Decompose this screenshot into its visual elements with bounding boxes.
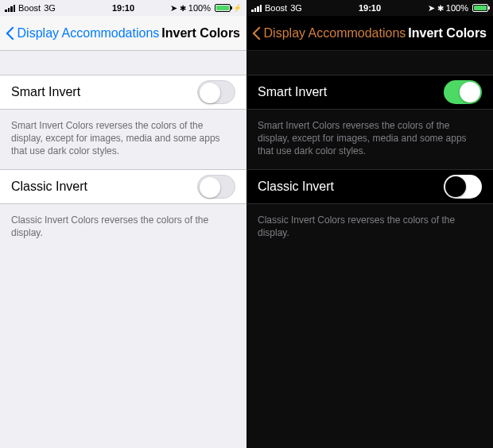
classic-invert-toggle[interactable] xyxy=(444,175,482,199)
status-bar: Boost 3G 19:10 ➤ ✱ 100% xyxy=(246,0,493,16)
status-bar: Boost 3G 19:10 ➤ ✱ 100% ⚡ xyxy=(0,0,246,16)
nav-bar: Display Accommodations Invert Colors xyxy=(246,16,493,51)
row-smart-invert[interactable]: Smart Invert xyxy=(246,75,493,110)
row-classic-invert[interactable]: Classic Invert xyxy=(0,169,246,204)
classic-invert-footer: Classic Invert Colors reverses the color… xyxy=(0,209,246,250)
signal-icon xyxy=(251,5,262,12)
classic-invert-label: Classic Invert xyxy=(258,180,334,194)
section-spacer xyxy=(246,51,493,75)
page-title: Invert Colors xyxy=(408,26,487,41)
back-label: Display Accommodations xyxy=(264,26,406,41)
carrier-label: Boost xyxy=(265,3,287,13)
classic-invert-footer: Classic Invert Colors reverses the color… xyxy=(246,209,493,250)
nav-bar: Display Accommodations Invert Colors xyxy=(0,16,246,51)
back-button[interactable]: Display Accommodations xyxy=(6,25,159,41)
smart-invert-toggle[interactable] xyxy=(197,80,235,104)
row-smart-invert[interactable]: Smart Invert xyxy=(0,75,246,110)
network-label: 3G xyxy=(290,3,302,13)
smart-invert-label: Smart Invert xyxy=(11,85,80,99)
carrier-label: Boost xyxy=(18,3,41,13)
smart-invert-label: Smart Invert xyxy=(258,85,327,99)
status-right: ➤ ✱ 100% xyxy=(428,3,488,14)
row-classic-invert[interactable]: Classic Invert xyxy=(246,169,493,204)
network-label: 3G xyxy=(44,3,56,13)
classic-invert-toggle[interactable] xyxy=(197,175,235,199)
smart-invert-toggle[interactable] xyxy=(444,80,482,104)
status-right: ➤ ✱ 100% ⚡ xyxy=(170,3,242,14)
phone-dark: Boost 3G 19:10 ➤ ✱ 100% Display Accommod… xyxy=(246,0,493,448)
smart-invert-footer: Smart Invert Colors reverses the colors … xyxy=(246,114,493,169)
smart-invert-footer: Smart Invert Colors reverses the colors … xyxy=(0,114,246,169)
page-title: Invert Colors xyxy=(161,26,240,41)
charging-icon: ⚡ xyxy=(233,4,242,12)
status-left: Boost 3G xyxy=(5,3,56,13)
battery-icon xyxy=(215,4,231,12)
back-button[interactable]: Display Accommodations xyxy=(253,25,406,41)
bluetooth-icon: ✱ xyxy=(180,4,186,13)
bluetooth-icon: ✱ xyxy=(437,4,444,13)
battery-pct: 100% xyxy=(188,3,211,13)
battery-icon xyxy=(472,4,488,12)
section-spacer xyxy=(0,51,246,75)
chevron-left-icon xyxy=(6,25,14,41)
status-left: Boost 3G xyxy=(251,3,302,13)
classic-invert-label: Classic Invert xyxy=(11,180,87,194)
chevron-left-icon xyxy=(253,25,261,41)
signal-icon xyxy=(5,5,15,12)
location-icon: ➤ xyxy=(428,3,435,14)
back-label: Display Accommodations xyxy=(17,26,160,41)
battery-pct: 100% xyxy=(446,3,468,13)
phone-light: Boost 3G 19:10 ➤ ✱ 100% ⚡ Display Accomm… xyxy=(0,0,246,448)
location-icon: ➤ xyxy=(170,3,177,14)
